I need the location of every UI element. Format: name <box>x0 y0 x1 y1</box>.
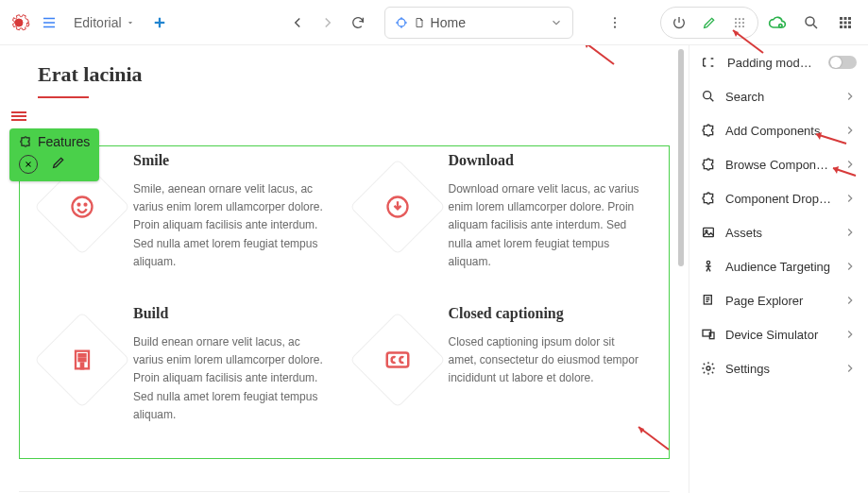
svg-point-0 <box>15 19 23 26</box>
overflow-menu-button[interactable] <box>600 8 630 38</box>
svg-point-11 <box>614 17 616 19</box>
svg-point-22 <box>742 26 744 27</box>
search-button[interactable] <box>796 8 826 38</box>
padding-mode-toggle[interactable]: Padding mode (p) <box>689 45 868 79</box>
feature-body: Build enean ornare velit lacus, ac variu… <box>133 333 326 424</box>
puzzle-icon <box>19 135 32 148</box>
svg-point-16 <box>742 18 744 20</box>
divider <box>19 491 670 492</box>
badge-edit-button[interactable] <box>51 155 66 174</box>
panel-item-search[interactable]: Search <box>689 79 868 113</box>
selection-label: Features <box>38 134 90 149</box>
padding-icon <box>701 55 716 70</box>
edit-mode-button[interactable] <box>695 8 723 37</box>
toggle-switch[interactable] <box>828 56 857 69</box>
search-icon <box>701 89 716 104</box>
feature-download: Download Download ornare velit lacus, ac… <box>364 152 641 271</box>
svg-point-58 <box>706 366 710 370</box>
features-block[interactable]: Smile Smile, aenean ornare velit lacus, … <box>19 145 670 459</box>
svg-point-20 <box>735 26 737 27</box>
add-button[interactable] <box>145 8 175 38</box>
location-bar[interactable]: Home <box>384 7 573 39</box>
svg-point-17 <box>735 22 737 24</box>
grid-mode-button[interactable] <box>725 8 754 37</box>
image-icon <box>701 225 716 240</box>
location-label: Home <box>431 15 544 30</box>
scrollbar[interactable] <box>678 49 684 266</box>
power-button[interactable] <box>665 8 693 37</box>
svg-rect-46 <box>81 363 83 368</box>
nav-refresh-button[interactable] <box>343 8 373 38</box>
page-icon <box>414 17 425 28</box>
svg-point-6 <box>398 18 405 26</box>
accent-underline <box>38 96 89 98</box>
svg-rect-30 <box>844 21 847 24</box>
svg-point-37 <box>73 197 93 217</box>
svg-rect-45 <box>83 359 85 361</box>
feature-title: Download <box>449 152 641 169</box>
panel-item-page-explorer[interactable]: Page Explorer <box>689 283 868 317</box>
svg-rect-44 <box>79 359 81 361</box>
panel-item-browse-components[interactable]: Browse Components <box>689 147 868 181</box>
svg-point-54 <box>706 261 709 264</box>
hamburger-icon <box>11 110 26 123</box>
svg-point-21 <box>739 26 740 27</box>
svg-point-50 <box>704 92 711 99</box>
feature-build: Build Build enean ornare velit lacus, ac… <box>48 305 326 424</box>
svg-rect-31 <box>848 21 851 24</box>
cloud-publish-button[interactable] <box>762 8 792 38</box>
puzzle-plus-icon <box>701 123 716 138</box>
panel-item-audience[interactable]: Audience Targeting <box>689 249 868 283</box>
panel-item-settings[interactable]: Settings <box>689 351 868 385</box>
svg-rect-27 <box>844 17 847 20</box>
svg-point-13 <box>614 26 616 27</box>
svg-line-51 <box>710 98 713 101</box>
svg-rect-52 <box>704 228 714 236</box>
nav-forward-button[interactable] <box>313 8 343 38</box>
svg-point-19 <box>742 22 744 24</box>
svg-point-24 <box>806 17 814 26</box>
svg-rect-29 <box>840 21 842 24</box>
target-icon <box>395 16 408 29</box>
panel-item-add-components[interactable]: Add Components <box>689 113 868 147</box>
puzzle-target-icon <box>701 191 716 206</box>
puzzle-icon <box>701 157 716 172</box>
top-toolbar: Editorial Home <box>0 0 868 45</box>
feature-body: Smile, aenean ornare velit lacus, ac var… <box>133 180 326 271</box>
padding-label: Padding mode (p) <box>727 56 817 70</box>
chevron-right-icon <box>843 90 857 103</box>
svg-point-12 <box>614 21 616 23</box>
nav-back-button[interactable] <box>282 8 313 38</box>
smile-icon <box>69 194 95 220</box>
building-icon <box>69 347 95 373</box>
cc-icon <box>383 346 412 374</box>
svg-point-18 <box>739 22 740 24</box>
feature-body: Download ornare velit lacus, ac varius e… <box>449 180 641 271</box>
svg-rect-43 <box>83 354 85 356</box>
layers-icon <box>701 293 716 308</box>
feature-title: Closed captioning <box>449 305 641 322</box>
svg-point-14 <box>735 18 737 20</box>
badge-close-button[interactable] <box>19 155 38 174</box>
workspace-dropdown[interactable]: Editorial <box>68 11 141 34</box>
svg-point-39 <box>85 204 87 206</box>
svg-rect-42 <box>79 354 81 356</box>
svg-rect-26 <box>840 17 842 20</box>
panel-item-device-sim[interactable]: Device Simulator <box>689 317 868 351</box>
person-icon <box>701 259 716 274</box>
gear-icon <box>701 361 716 376</box>
svg-rect-33 <box>844 26 847 28</box>
side-panel: Padding mode (p) Search Add Components B… <box>689 45 868 493</box>
caret-down-icon <box>126 18 135 27</box>
feature-title: Smile <box>133 152 326 169</box>
svg-rect-32 <box>840 26 842 28</box>
feature-body: Closed captioning ipsum dolor sit amet, … <box>449 333 641 388</box>
svg-point-38 <box>78 204 80 206</box>
svg-point-15 <box>739 18 740 20</box>
panel-item-drop-targets[interactable]: Component Drop Ta... <box>689 181 868 215</box>
workspace-label: Editorial <box>74 15 122 30</box>
apps-button[interactable] <box>830 8 860 38</box>
panel-item-assets[interactable]: Assets <box>689 215 868 249</box>
selection-badge: Features <box>9 128 99 181</box>
menu-icon[interactable] <box>34 8 64 38</box>
